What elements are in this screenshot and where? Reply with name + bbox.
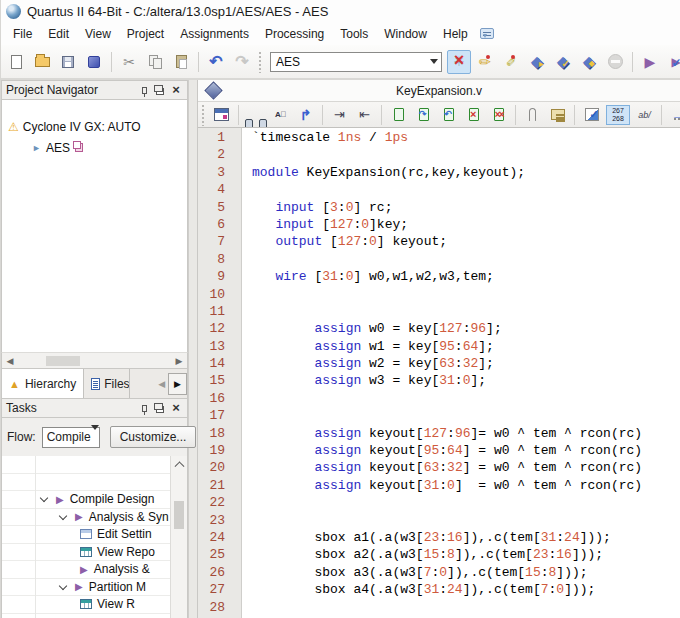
customize-button[interactable]: Customize... (110, 426, 197, 448)
tree-item-aes[interactable]: ►AES (2, 137, 187, 158)
scroll-left-icon[interactable]: ◀ (2, 356, 18, 366)
line-numbers-toggle[interactable]: 267268 (606, 105, 630, 125)
task-row-analysis-[interactable]: ▶Analysis & (2, 561, 170, 579)
goto-line-button[interactable] (294, 104, 317, 126)
undo-icon (209, 52, 222, 71)
insert-file-button[interactable] (521, 104, 544, 126)
menu-assignments[interactable]: Assignments (172, 24, 257, 44)
scrollbar-track[interactable] (18, 353, 171, 368)
pin-icon[interactable] (137, 402, 151, 414)
tab-scroll-right-icon[interactable]: ▶ (168, 373, 187, 395)
toolbar-grip[interactable] (201, 104, 206, 126)
chevron-down-icon[interactable] (59, 583, 67, 591)
task-row-partition-m[interactable]: ▶Partition M (2, 579, 170, 597)
scrollbar-thumb[interactable] (46, 356, 80, 366)
show-whitespace-icon (638, 110, 651, 120)
pin-icon[interactable] (137, 84, 151, 96)
menu-project[interactable]: Project (119, 24, 172, 44)
toggle-bookmark-button[interactable] (387, 104, 410, 126)
toggle-bookmark-icon (394, 108, 404, 121)
task-row-view-r[interactable]: View R (2, 596, 170, 614)
new-file-button[interactable] (4, 50, 28, 74)
redo-button[interactable] (230, 50, 254, 74)
undo-button[interactable] (204, 50, 228, 74)
show-whitespace-button[interactable] (633, 104, 656, 126)
start-compilation-button[interactable] (525, 50, 549, 74)
previous-bookmark-button[interactable] (437, 104, 460, 126)
task-row-edit-settin[interactable]: Edit Settin (2, 526, 170, 544)
editor-title-bar: KeyExpansion.v (198, 80, 680, 102)
start-timing-analysis-button[interactable] (577, 50, 601, 74)
find-button[interactable] (244, 104, 267, 126)
menu-tools[interactable]: Tools (332, 24, 376, 44)
line-number: 27 (198, 582, 241, 599)
paste-button[interactable] (169, 50, 193, 74)
close-icon[interactable]: × (169, 402, 183, 414)
stop-processing-button[interactable] (603, 50, 627, 74)
help-bubble-icon[interactable] (480, 28, 494, 39)
scroll-right-icon[interactable]: ▶ (171, 356, 187, 366)
copy-button[interactable] (143, 50, 167, 74)
next-bookmark-button[interactable] (412, 104, 435, 126)
tab-scroll-left-icon[interactable]: ◀ (155, 379, 168, 389)
line-number: 28 (198, 600, 241, 617)
open-file-button[interactable] (30, 50, 54, 74)
replace-button[interactable] (269, 104, 292, 126)
tasks-vertical-scrollbar[interactable] (170, 456, 187, 618)
tab-label: Files (104, 377, 129, 391)
task-row-analysis-syn[interactable]: ▶Analysis & Syn (2, 509, 170, 527)
code-line: `timescale 1ns / 1ps (252, 130, 680, 147)
navigator-horizontal-scrollbar[interactable]: ◀ ▶ (1, 352, 188, 369)
flow-select[interactable]: Compile (42, 427, 100, 448)
increase-indent-button[interactable] (328, 104, 351, 126)
menu-processing[interactable]: Processing (257, 24, 332, 44)
remove-assignments-button[interactable] (447, 50, 471, 74)
code-line (252, 408, 680, 425)
task-label: Edit Settin (97, 527, 152, 541)
report-table-icon (80, 547, 92, 557)
tree-item-cyclone-iv-gx-auto[interactable]: ⚠Cyclone IV GX: AUTO (2, 116, 187, 137)
report-table-icon (80, 599, 92, 609)
close-icon[interactable]: × (169, 84, 183, 96)
menu-help[interactable]: Help (435, 24, 476, 44)
tab-hierarchy[interactable]: ▲Hierarchy (2, 369, 84, 398)
insert-template-icon (551, 109, 565, 120)
cut-button[interactable] (117, 50, 141, 74)
start-analysis-synthesis-button[interactable] (551, 50, 575, 74)
run-button[interactable] (638, 50, 662, 74)
save-button[interactable] (56, 50, 80, 74)
task-row: ▶ (2, 614, 170, 618)
code-text[interactable]: `timescale 1ns / 1psmodule KeyExpansion(… (242, 128, 680, 618)
menu-window[interactable]: Window (376, 24, 435, 44)
tab-files[interactable]: Files (84, 369, 130, 398)
task-row-compile-design[interactable]: ▶Compile Design (2, 491, 170, 509)
save-project-button[interactable] (82, 50, 106, 74)
chevron-down-icon[interactable] (59, 513, 67, 521)
goto-next-location-button[interactable] (667, 104, 680, 126)
menu-view[interactable]: View (77, 24, 119, 44)
editor-toolbar: 267268 (198, 102, 680, 128)
insert-template-button[interactable] (546, 104, 569, 126)
scrollbar-thumb[interactable] (174, 501, 184, 529)
menu-file[interactable]: File (5, 24, 40, 44)
rtl-viewer-button[interactable] (664, 50, 680, 74)
analyze-current-file-button[interactable] (580, 104, 603, 126)
project-select[interactable]: AES (270, 52, 442, 72)
task-row-view-repo[interactable]: View Repo (2, 544, 170, 562)
decrease-indent-button[interactable] (353, 104, 376, 126)
delete-all-bookmarks-button[interactable] (487, 104, 510, 126)
menu-edit[interactable]: Edit (40, 24, 77, 44)
editor-settings-button[interactable] (210, 104, 233, 126)
code-editor[interactable]: 1234567891011121314151617181920212223242… (198, 128, 680, 618)
float-icon[interactable] (153, 84, 167, 96)
scroll-up-icon[interactable] (171, 456, 187, 471)
delete-bookmark-button[interactable] (462, 104, 485, 126)
pin-planner-button[interactable] (473, 50, 497, 74)
task-label: Partition M (89, 580, 146, 594)
float-icon[interactable] (153, 402, 167, 414)
toolbar-separator (238, 105, 239, 125)
task-play-icon: ▶ (75, 581, 83, 592)
assignment-editor-button[interactable] (499, 50, 523, 74)
toolbar-grip[interactable] (258, 51, 263, 73)
chevron-down-icon[interactable] (40, 495, 48, 503)
